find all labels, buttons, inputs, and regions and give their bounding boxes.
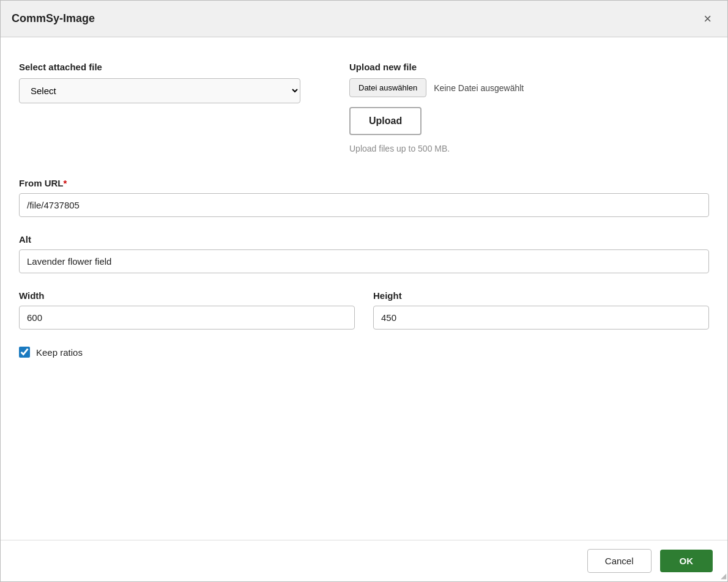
no-file-label: Keine Datei ausgewählt bbox=[434, 83, 524, 93]
keep-ratios-label[interactable]: Keep ratios bbox=[36, 347, 83, 358]
top-row: Select attached file Select Upload new f… bbox=[19, 62, 709, 153]
upload-hint: Upload files up to 500 MB. bbox=[349, 144, 709, 153]
height-section: Height bbox=[373, 290, 709, 330]
alt-label: Alt bbox=[19, 234, 709, 245]
dialog-body: Select attached file Select Upload new f… bbox=[1, 37, 727, 540]
height-label: Height bbox=[373, 290, 709, 301]
cancel-button[interactable]: Cancel bbox=[587, 549, 652, 573]
width-input[interactable] bbox=[19, 306, 355, 330]
url-input[interactable] bbox=[19, 193, 709, 217]
ok-button[interactable]: OK bbox=[660, 550, 713, 572]
dialog-footer: Cancel OK bbox=[1, 540, 727, 581]
alt-section: Alt bbox=[19, 234, 709, 273]
url-section: From URL* bbox=[19, 178, 709, 217]
close-button[interactable]: × bbox=[699, 10, 716, 28]
upload-section: Upload new file Datei auswählen Keine Da… bbox=[349, 62, 709, 153]
dialog-title: CommSy-Image bbox=[12, 12, 95, 25]
file-choose-button[interactable]: Datei auswählen bbox=[349, 78, 426, 97]
file-upload-row: Datei auswählen Keine Datei ausgewählt bbox=[349, 78, 709, 97]
upload-label: Upload new file bbox=[349, 62, 709, 72]
select-file-dropdown[interactable]: Select bbox=[19, 78, 300, 103]
url-label: From URL* bbox=[19, 178, 709, 188]
width-section: Width bbox=[19, 290, 355, 330]
upload-button[interactable]: Upload bbox=[349, 107, 422, 135]
resize-handle[interactable]: ◢ bbox=[718, 572, 727, 581]
alt-input[interactable] bbox=[19, 249, 709, 273]
dimensions-row: Width Height bbox=[19, 290, 709, 347]
keep-ratios-row: Keep ratios bbox=[19, 347, 709, 358]
dialog-header: CommSy-Image × bbox=[1, 1, 727, 37]
select-attached-label: Select attached file bbox=[19, 62, 300, 72]
height-input[interactable] bbox=[373, 306, 709, 330]
width-label: Width bbox=[19, 290, 355, 301]
keep-ratios-checkbox[interactable] bbox=[19, 347, 30, 358]
commsy-image-dialog: CommSy-Image × Select attached file Sele… bbox=[0, 0, 728, 582]
select-attached-section: Select attached file Select bbox=[19, 62, 300, 153]
